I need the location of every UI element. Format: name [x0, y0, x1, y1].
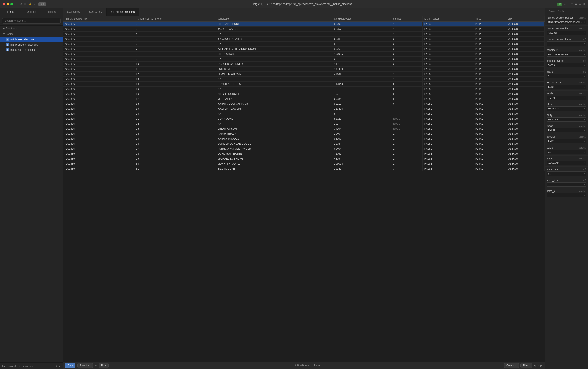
table-row[interactable]: 4202836 23 EBEN HOPSON 34194 NULL FALSE … [63, 126, 545, 131]
query-tab-2[interactable]: SQL Query [85, 8, 107, 16]
field-value-container[interactable]: ▾ [546, 193, 586, 197]
col-header-office[interactable]: offic [506, 16, 544, 22]
grid-icon[interactable]: ⊞ [571, 3, 573, 6]
table-row[interactable]: 4202836 15 NA 7 5 FALSE TOTAL US HOU [63, 86, 545, 92]
table-row[interactable]: 4202836 8 BILL NICHOLS 106935 3 FALSE TO… [63, 51, 545, 57]
table-icon: ▦ [6, 48, 9, 51]
table-row[interactable]: 4202836 9 NA 2 3 FALSE TOTAL US HOU [63, 57, 545, 62]
field-value-container[interactable]: gen ▾ [546, 150, 586, 154]
table-item-mit-senate[interactable]: ▦ mit_senate_elections [0, 47, 63, 52]
field-value-container[interactable]: 58906 ▾ [546, 63, 586, 67]
table-row[interactable]: 4202836 28 LAIRD GUTTERSEN 71765 2 FALSE… [63, 151, 545, 156]
table-row[interactable]: 4202836 5 J. CAROLE KEAHEY 66288 2 FALSE… [63, 37, 545, 42]
table-row[interactable]: 4202836 25 JOHN J. RHODES 96397 1 FALSE … [63, 136, 545, 141]
col-header-source-file[interactable]: _smart_source_file [63, 16, 134, 22]
field-value-container[interactable]: 63 ▾ [546, 172, 586, 176]
cell-lineno: 13 [134, 77, 216, 82]
table-row[interactable]: 4202836 2 BILL DAVENPORT 58906 1 FALSE T… [63, 22, 545, 27]
search-icon[interactable]: ⌕ [567, 3, 569, 6]
table-row[interactable]: 4202836 30 MORRIS K. UDALL 106054 2 FALS… [63, 161, 545, 166]
back-icon[interactable]: ⟨ [17, 2, 18, 6]
query-tab-1[interactable]: SQL Query [63, 8, 85, 16]
row-button[interactable]: Row [99, 363, 109, 368]
data-button[interactable]: Data [65, 363, 75, 368]
structure-button[interactable]: Structure [77, 363, 93, 368]
table-row[interactable]: 4202836 11 TOM BEVILL 141490 4 FALSE TOT… [63, 67, 545, 72]
columns-button[interactable]: Columns [504, 363, 519, 368]
field-value-container[interactable]: 4202836 ▾ [546, 31, 586, 35]
col-header-votes[interactable]: candidatevotes [332, 16, 391, 22]
field-value-container[interactable]: FALSE ▾ [546, 128, 586, 133]
table-row[interactable]: 4202836 31 BILL MCCUNE 19149 3 FALSE TOT… [63, 166, 545, 171]
cell-mode: TOTAL [473, 57, 506, 62]
cell-district: NULL [391, 116, 422, 121]
table-row[interactable]: 4202836 19 WALTER FLOWERS 110496 7 FALSE… [63, 106, 545, 112]
table-row[interactable]: 4202836 26 SUMMER DUNCAN DODGE 2278 1 FA… [63, 141, 545, 146]
field-value-container[interactable]: TOTAL ▾ [546, 96, 586, 100]
sidebar-tab-queries[interactable]: Queries [21, 8, 42, 16]
layout1-icon[interactable]: ▣ [575, 3, 577, 6]
tables-section[interactable]: ▼ Tables [0, 31, 63, 37]
table-row[interactable]: 4202836 21 DON YOUNG 83722 NULL FALSE TO… [63, 116, 545, 121]
next-icon[interactable]: ▶ [540, 364, 542, 367]
field-value-container[interactable]: FALSE ▾ [546, 139, 586, 143]
col-header-mode[interactable]: mode [473, 16, 506, 22]
table-row[interactable]: 4202836 10 OGBURN GARDNER 1111 3 FALSE T… [63, 62, 545, 67]
col-header-lineno[interactable]: _smart_source_lineno [134, 16, 216, 22]
close-button[interactable] [3, 3, 5, 5]
minimize-button[interactable] [7, 3, 9, 5]
filters-button[interactable]: Filters [520, 363, 532, 368]
sidebar-search-input[interactable] [2, 18, 61, 24]
chevron-down-icon[interactable]: ⌄ [34, 364, 36, 367]
table-row[interactable]: 4202836 3 JACK EDWARDS 98257 1 FALSE TOT… [63, 27, 545, 32]
col-header-district[interactable]: district [391, 16, 422, 22]
table-row[interactable]: 4202836 27 PATRICIA M. FULLINWIDER 68404… [63, 146, 545, 151]
table-row[interactable]: 4202836 6 NA 5 2 FALSE TOTAL US HOU [63, 42, 545, 47]
maximize-button[interactable] [10, 3, 13, 5]
eye-icon[interactable]: ◎ [20, 2, 22, 6]
functions-section[interactable]: ▶ Functions [0, 26, 63, 31]
field-value-container[interactable]: FALSE ▾ [546, 85, 586, 89]
cell-votes: 7 [332, 32, 391, 37]
layout2-icon[interactable]: ▤ [579, 3, 581, 6]
table-row[interactable]: 4202836 7 WILLIAM L. \"BILL\" DICKINSON … [63, 47, 545, 51]
field-value-container[interactable]: https://dataverse.harvard.edu/api/access… [546, 20, 586, 24]
table-row[interactable]: 4202836 16 BILLY E. DORSEY 1021 6 FALSE … [63, 92, 545, 96]
col-header-fusion[interactable]: fusion_ticket [422, 16, 473, 22]
more-icon[interactable]: ⌄ [59, 364, 61, 367]
table-row[interactable]: 4202836 22 NA 292 NULL FALSE TOTAL US HO… [63, 121, 545, 126]
field-value-container[interactable]: BILL DAVENPORT ▾ [546, 52, 586, 57]
add-connection-icon[interactable]: + [56, 365, 57, 367]
table-row[interactable]: 4202836 13 NA 1 4 FALSE TOTAL US HOU [63, 77, 545, 82]
table-row[interactable]: 4202836 18 JOHN H. BUCHANAN, JR. 92113 6… [63, 102, 545, 106]
query-tab-3[interactable]: mit_house_elections [106, 8, 139, 16]
table-row[interactable]: 4202836 29 MICHAEL EMERLING 4309 2 FALSE… [63, 156, 545, 161]
table-row[interactable]: 4202836 12 LEONARD WILSON 34531 4 FALSE … [63, 72, 545, 77]
cell-candidate: LAIRD GUTTERSEN [216, 151, 332, 156]
field-value-container[interactable]: US HOUSE ▾ [546, 106, 586, 111]
field-value-container[interactable]: ALABAMA ▾ [546, 161, 586, 165]
cell-office: US HOU [506, 131, 544, 136]
settings-icon[interactable]: ⚙ [537, 364, 539, 367]
table-item-mit-president[interactable]: ▦ mit_president_elections [0, 42, 63, 47]
table-item-mit-house[interactable]: ▦ mit_house_elections [0, 37, 63, 42]
refresh-icon[interactable]: ↺ [564, 3, 566, 6]
field-value-container[interactable]: 1 ▾ [546, 182, 586, 187]
table-row[interactable]: 4202836 4 NA 7 1 FALSE TOTAL US HOU [63, 32, 545, 37]
sidebar-tab-history[interactable]: History [42, 8, 63, 16]
layout3-icon[interactable]: ▥ [583, 3, 585, 6]
field-value-container[interactable]: DEMOCRAT ▾ [546, 117, 586, 122]
table-row[interactable]: 4202836 17 MEL BAILEY 69384 6 FALSE TOTA… [63, 96, 545, 102]
field-search-input[interactable] [549, 10, 586, 13]
col-header-candidate[interactable]: candidate [216, 16, 332, 22]
document-icon[interactable]: ☰ [24, 2, 26, 6]
table-row[interactable]: 4202836 24 HARRY BRAUN 1040 1 FALSE TOTA… [63, 131, 545, 136]
field-value-container[interactable]: 1 ▾ [546, 74, 586, 78]
prev-icon[interactable]: ◀ [534, 364, 536, 367]
field-value-container[interactable]: 2 ▾ [546, 41, 586, 46]
sidebar-tab-items[interactable]: Items [0, 8, 21, 16]
table-row[interactable]: 4202836 20 NA 5 7 FALSE TOTAL US HOU [63, 112, 545, 116]
table-row[interactable]: 4202836 14 RONNIE G. FLIPPO 113553 5 FAL… [63, 82, 545, 86]
add-row-icon[interactable]: + [95, 364, 96, 367]
cell-lineno: 29 [134, 156, 216, 161]
